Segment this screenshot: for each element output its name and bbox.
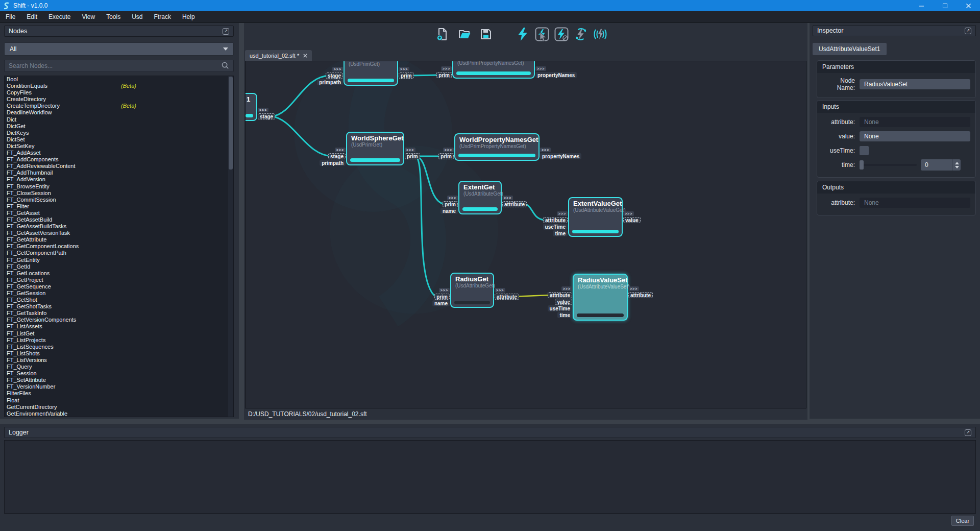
- output-port-propertyNames[interactable]: propertyNames: [535, 72, 577, 78]
- open-file-icon[interactable]: [457, 27, 472, 41]
- node-list-item[interactable]: FilterFiles: [5, 390, 233, 397]
- node-body[interactable]: ExtentValueGet(UsdAttributeValueGet): [568, 197, 623, 237]
- output-port-value[interactable]: value: [623, 217, 641, 223]
- node-list-item[interactable]: FT_Filter: [5, 203, 233, 210]
- node-list-item[interactable]: CopyFiles: [5, 89, 233, 96]
- node-body[interactable]: WorldSphereGet(UsdPrimGet): [346, 132, 404, 165]
- menu-execute[interactable]: Execute: [43, 11, 76, 22]
- input-port-prim[interactable]: prim: [443, 201, 458, 207]
- input-port-value[interactable]: value: [555, 299, 572, 305]
- graph-node-stage-node[interactable]: 1>>>stage: [245, 93, 257, 121]
- node-list-item[interactable]: FT_GetProject: [5, 277, 233, 283]
- document-tab[interactable]: usd_tutorial_02.sft *: [245, 50, 312, 61]
- clear-button[interactable]: Clear: [951, 516, 974, 526]
- execute-icon[interactable]: [516, 27, 530, 41]
- node-body[interactable]: ExtentGet(UsdAttributeGet): [458, 181, 502, 214]
- input-port-time[interactable]: time: [557, 312, 572, 318]
- output-port-prim[interactable]: prim: [405, 153, 420, 159]
- output-port-propertyNames[interactable]: propertyNames: [540, 153, 581, 159]
- node-list-item[interactable]: FT_AddAsset: [5, 150, 233, 156]
- input-port-prim[interactable]: prim: [436, 72, 452, 78]
- undock-icon[interactable]: ↗: [223, 28, 229, 35]
- graph-node-world-sphere-get[interactable]: WorldSphereGet(UsdPrimGet)>>>stageprimpa…: [346, 132, 404, 165]
- graph-canvas[interactable]: 1>>>stage(UsdPrimGet)>>>stageprimpath>>>…: [245, 61, 806, 408]
- node-list-item[interactable]: FT_CommitSession: [5, 197, 233, 203]
- menu-ftrack[interactable]: Ftrack: [149, 11, 177, 22]
- node-list-item[interactable]: FT_ListProjects: [5, 337, 233, 344]
- graph-node-world-property-names-get[interactable]: WorldPropertyNamesGet(UsdPrimPropertyNam…: [454, 133, 540, 161]
- output-port-attribute[interactable]: attribute: [502, 201, 527, 207]
- node-list-item[interactable]: FT_ListGet: [5, 330, 233, 337]
- node-body[interactable]: 1: [245, 93, 257, 121]
- input-port-primpath[interactable]: primpath: [317, 79, 343, 85]
- node-list-scrollbar[interactable]: [228, 76, 233, 417]
- node-list-item[interactable]: FT_GetAssetVersionTask: [5, 230, 233, 236]
- node-list-item[interactable]: FT_AddVersion: [5, 176, 233, 183]
- spin-down-icon[interactable]: [955, 166, 959, 168]
- usetime-checkbox[interactable]: [860, 146, 869, 155]
- output-port-attribute[interactable]: attribute: [495, 294, 519, 300]
- node-body[interactable]: (UsdPrimGet): [344, 61, 398, 86]
- node-list-item[interactable]: FT_GetAttribute: [5, 236, 233, 243]
- node-list-item[interactable]: FT_GetShotTasks: [5, 303, 233, 310]
- node-list-item[interactable]: FT_CloseSession: [5, 190, 233, 197]
- menu-view[interactable]: View: [76, 11, 101, 22]
- node-list-item[interactable]: FT_ListAssets: [5, 323, 233, 330]
- node-list-item[interactable]: DictKeys: [5, 130, 233, 136]
- graph-edge-radius-get.attribute-to-radius-value-set.attribute[interactable]: [514, 295, 549, 297]
- node-list-item[interactable]: FT_GetComponentPath: [5, 250, 233, 256]
- scrollbar-handle[interactable]: [229, 77, 233, 170]
- node-list-item[interactable]: FT_GetSession: [5, 290, 233, 297]
- input-port-useTime[interactable]: useTime: [543, 224, 568, 230]
- search-input[interactable]: [9, 62, 221, 69]
- close-button[interactable]: [957, 0, 980, 11]
- input-port-attribute[interactable]: attribute: [543, 217, 568, 223]
- input-port-primpath[interactable]: primpath: [320, 160, 346, 166]
- node-list-item[interactable]: FT_VersionNumber: [5, 383, 233, 390]
- execute-refresh-icon[interactable]: [574, 27, 588, 41]
- node-list-item[interactable]: ConditionEquals(Beta): [5, 83, 233, 89]
- graph-node-prim-get-top[interactable]: (UsdPrimGet)>>>stageprimpath>>>prim: [344, 61, 398, 86]
- node-list-item[interactable]: FT_ListShots: [5, 350, 233, 357]
- node-list-item[interactable]: DeadlineWorkflow: [5, 109, 233, 116]
- graph-node-prim-property-names-get-top[interactable]: (UsdPrimPropertyNamesGet)>>>prim>>>prope…: [452, 61, 535, 79]
- node-filter-dropdown[interactable]: All: [4, 42, 234, 56]
- node-list-item[interactable]: FT_ListVersions: [5, 357, 233, 364]
- minimize-button[interactable]: [910, 0, 933, 11]
- node-list-item[interactable]: FT_GetComponentLocations: [5, 243, 233, 250]
- node-list-item[interactable]: FT_GetSequence: [5, 283, 233, 290]
- output-port-attribute[interactable]: attribute: [628, 292, 653, 298]
- graph-node-extent-get[interactable]: ExtentGet(UsdAttributeGet)>>>primname>>>…: [458, 181, 502, 214]
- node-list-item[interactable]: Dict: [5, 116, 233, 123]
- graph-node-radius-value-set[interactable]: RadiusValueSet(UsdAttributeValueSet)>>>a…: [573, 274, 628, 321]
- node-list-item[interactable]: FT_GetTaskInfo: [5, 310, 233, 317]
- node-body[interactable]: (UsdPrimPropertyNamesGet): [452, 61, 535, 79]
- graph-edge-prim-get-top.prim-to-prim-property-names-get-top.prim[interactable]: [410, 75, 438, 76]
- attribute-input-field[interactable]: None: [860, 117, 970, 127]
- tab-close-icon[interactable]: [303, 54, 307, 58]
- input-port-prim[interactable]: prim: [434, 294, 450, 300]
- node-list-item[interactable]: FT_GetShot: [5, 297, 233, 303]
- node-list-item[interactable]: GetEnvironmentVariable: [5, 411, 233, 417]
- node-list-item[interactable]: FT_GetAsset: [5, 210, 233, 216]
- menu-file[interactable]: File: [0, 11, 21, 22]
- spin-arrows[interactable]: [952, 159, 961, 171]
- attribute-output-field[interactable]: None: [860, 198, 970, 208]
- input-port-name[interactable]: name: [432, 300, 450, 306]
- menu-edit[interactable]: Edit: [21, 11, 43, 22]
- graph-node-extent-value-get[interactable]: ExtentValueGet(UsdAttributeValueGet)>>>a…: [568, 197, 623, 237]
- node-list-item[interactable]: GetCurrentDirectory: [5, 404, 233, 411]
- node-list-item[interactable]: FT_GetId: [5, 263, 233, 270]
- node-list-item[interactable]: FT_SetAttribute: [5, 377, 233, 383]
- menu-usd[interactable]: Usd: [126, 11, 148, 22]
- node-list-item[interactable]: CreateDirectory: [5, 96, 233, 103]
- spin-up-icon[interactable]: [955, 162, 959, 164]
- output-port-stage[interactable]: stage: [258, 113, 275, 119]
- menu-help[interactable]: Help: [177, 11, 201, 22]
- node-list-item[interactable]: FT_GetAssetBuild: [5, 216, 233, 223]
- node-list-item[interactable]: DictGet: [5, 123, 233, 130]
- node-list-item[interactable]: FT_GetLocations: [5, 270, 233, 277]
- node-list-item[interactable]: FT_BrowseEntity: [5, 183, 233, 190]
- node-body[interactable]: RadiusGet(UsdAttributeGet): [450, 273, 494, 308]
- node-list-item[interactable]: FT_GetAssetBuildTasks: [5, 223, 233, 230]
